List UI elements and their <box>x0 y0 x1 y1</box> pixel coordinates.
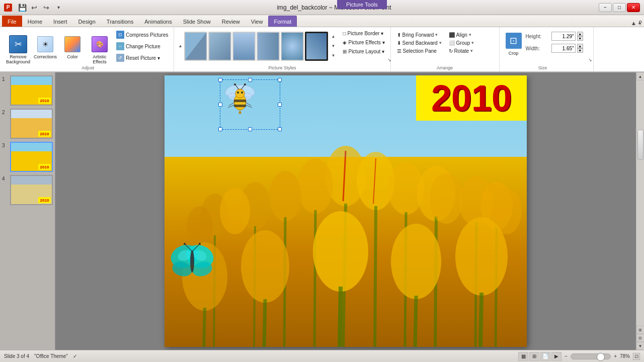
normal-view-btn[interactable]: ▦ <box>518 352 528 361</box>
scroll-thumb[interactable] <box>637 130 643 160</box>
undo-quick-btn[interactable]: ↩ <box>29 3 39 13</box>
slide-thumb-3[interactable]: 3 2010 <box>2 142 53 172</box>
slide-img-2[interactable]: 2010 <box>10 109 53 139</box>
width-decrease-btn[interactable]: ▼ <box>577 48 583 53</box>
tab-animations[interactable]: Animations <box>139 16 177 27</box>
spell-icon[interactable]: ✓ <box>73 353 77 359</box>
handle-mr[interactable] <box>278 103 282 107</box>
slide-thumb-1[interactable]: 1 2010 <box>2 75 53 106</box>
tab-file[interactable]: File <box>2 16 22 27</box>
group-button[interactable]: ⬜ Group ▾ <box>446 39 496 47</box>
slideshow-btn[interactable]: ▶ <box>551 352 561 361</box>
style-thumb-3[interactable] <box>232 32 256 61</box>
svg-point-25 <box>187 206 213 246</box>
bee-image-selected[interactable] <box>220 79 280 130</box>
style-thumb-6[interactable] <box>305 32 328 61</box>
bring-forward-button[interactable]: ⬆ Bring Forward ▾ <box>394 31 445 39</box>
adjust-group-label: Adjust <box>2 65 174 70</box>
styles-scroll-up[interactable]: ▲ <box>177 32 183 61</box>
maximize-btn[interactable]: □ <box>613 3 626 12</box>
style-thumb-1[interactable] <box>184 32 207 61</box>
selection-pane-label: Selection Pane <box>403 48 437 54</box>
slide-img-3[interactable]: 2010 <box>10 142 53 172</box>
zoom-thumb[interactable] <box>597 353 605 361</box>
status-left: Slide 3 of 4 "Office Theme" ✓ <box>4 353 77 359</box>
minimize-btn[interactable]: − <box>599 3 612 12</box>
zoom-slider[interactable] <box>571 353 611 359</box>
reading-view-btn[interactable]: 📄 <box>540 352 550 361</box>
arrange-group-label: Arrange <box>391 65 499 70</box>
size-expand-btn[interactable]: ↘ <box>588 57 592 62</box>
handle-tr[interactable] <box>278 78 282 82</box>
handle-bc[interactable] <box>248 127 252 131</box>
tab-transitions[interactable]: Transitions <box>101 16 139 27</box>
scroll-expand-down-btn[interactable]: ⊟ <box>636 334 645 342</box>
reset-picture-button[interactable]: ↺ Reset Picture ▾ <box>114 52 171 63</box>
change-picture-button[interactable]: ↔ Change Picture <box>114 41 171 52</box>
artistic-effects-button[interactable]: 🎨 Artistic Effects <box>87 33 113 67</box>
scroll-track[interactable] <box>636 80 644 326</box>
zoom-out-btn[interactable]: − <box>565 353 568 359</box>
tab-view[interactable]: View <box>246 16 269 27</box>
scroll-down-btn[interactable]: ▼ <box>636 342 645 350</box>
butterfly-image[interactable] <box>170 241 215 282</box>
tab-review[interactable]: Review <box>216 16 246 27</box>
slide-img-1[interactable]: 2010 <box>10 75 53 106</box>
picture-border-button[interactable]: □ Picture Border ▾ <box>340 29 387 38</box>
width-increase-btn[interactable]: ▲ <box>577 44 583 48</box>
ribbon-group-adjust: ✂ Remove Background ☀ Corrections Color <box>2 27 174 71</box>
picture-effects-button[interactable]: ◈ Picture Effects ▾ <box>340 38 387 47</box>
canvas-area: 2010 <box>55 72 636 350</box>
height-decrease-btn[interactable]: ▼ <box>577 36 583 41</box>
height-spin-btns: ▲ ▼ <box>577 32 583 41</box>
arrange-content: ⬆ Bring Forward ▾ ⬇ Send Backward ▾ ☰ Se… <box>394 29 496 70</box>
tab-design[interactable]: Design <box>73 16 101 27</box>
compress-pictures-button[interactable]: ⊡ Compress Pictures <box>114 29 171 40</box>
slide-thumb-2[interactable]: 2 2010 <box>2 109 53 139</box>
send-backward-button[interactable]: ⬇ Send Backward ▾ <box>394 39 445 47</box>
zoom-in-btn[interactable]: + <box>614 353 617 359</box>
redo-quick-btn[interactable]: ↪ <box>41 3 51 13</box>
more-quick-btn[interactable]: ▾ <box>53 3 63 13</box>
tab-insert[interactable]: Insert <box>48 16 73 27</box>
picture-layout-button[interactable]: ⊞ Picture Layout ▾ <box>340 47 387 56</box>
color-button[interactable]: Color <box>59 33 86 67</box>
ribbon-minimize-btn[interactable]: ▲ <box>630 20 636 27</box>
fit-btn[interactable]: ⊡ <box>633 353 640 360</box>
slide-canvas[interactable]: 2010 <box>165 75 527 347</box>
height-increase-btn[interactable]: ▲ <box>577 32 583 36</box>
tab-home[interactable]: Home <box>22 16 48 27</box>
slide-img-4[interactable]: 2010 <box>10 175 53 205</box>
crop-button[interactable]: ⊡ Crop <box>503 29 525 63</box>
width-spinner: Width: ▲ ▼ <box>526 44 583 53</box>
align-button[interactable]: ⬛ Align ▾ <box>446 31 496 39</box>
handle-br[interactable] <box>278 127 282 131</box>
tab-slideshow[interactable]: Slide Show <box>178 16 216 27</box>
style-thumb-more[interactable]: ▲ ▼ ▼ <box>329 32 337 61</box>
ribbon-collapse-btn[interactable]: ▲ <box>637 20 642 25</box>
style-thumb-4[interactable] <box>257 32 280 61</box>
ribbon-group-size: ⊡ Crop Height: ▲ ▼ Width: <box>500 27 594 71</box>
send-backward-arrow: ▾ <box>439 40 442 45</box>
scroll-up-btn[interactable]: ▲ <box>636 72 645 80</box>
tab-format[interactable]: Format <box>268 16 297 27</box>
compress-icon: ⊡ <box>116 31 124 39</box>
height-input[interactable] <box>551 32 576 41</box>
handle-bl[interactable] <box>218 127 222 131</box>
save-quick-btn[interactable]: 💾 <box>17 3 27 13</box>
picture-effects-icon: ◈ <box>343 40 347 45</box>
group-arrow: ▾ <box>471 40 474 45</box>
remove-background-button[interactable]: ✂ Remove Background <box>5 33 31 67</box>
status-bar: Slide 3 of 4 "Office Theme" ✓ ▦ ⊞ 📄 ▶ − … <box>0 350 644 362</box>
svg-line-33 <box>264 299 265 347</box>
width-input[interactable] <box>551 44 576 53</box>
selection-pane-button[interactable]: ☰ Selection Pane <box>394 47 445 55</box>
rotate-button[interactable]: ↻ Rotate ▾ <box>446 47 496 55</box>
svg-point-56 <box>241 92 243 94</box>
slide-sorter-btn[interactable]: ⊞ <box>529 352 539 361</box>
corrections-button[interactable]: ☀ Corrections <box>32 33 58 67</box>
scroll-expand-up-btn[interactable]: ⊞ <box>636 326 645 334</box>
style-thumb-5[interactable] <box>281 32 304 61</box>
style-thumb-2[interactable] <box>208 32 231 61</box>
slide-thumb-4[interactable]: 4 2010 <box>2 175 53 205</box>
